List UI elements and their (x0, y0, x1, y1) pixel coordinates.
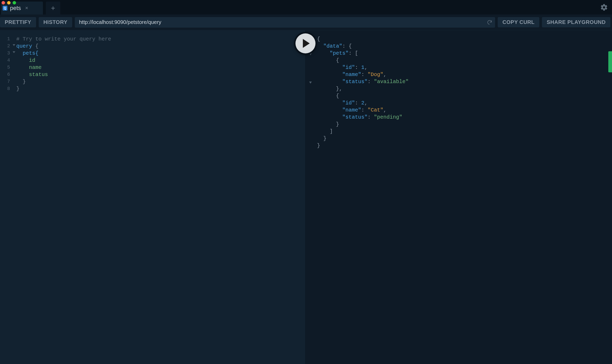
json-key-name: "name" (342, 107, 361, 113)
tab-title: pets (10, 5, 21, 12)
json-key-pets: "pets" (330, 50, 349, 56)
close-tab-icon[interactable]: × (25, 5, 28, 11)
share-playground-button[interactable]: SHARE PLAYGROUND (542, 17, 610, 27)
line-gutter: 1 2 3 4 5 6 7 8 (0, 30, 12, 92)
code-attr-name: name (16, 64, 42, 70)
prettify-button[interactable]: PRETTIFY (0, 17, 36, 27)
result-json[interactable]: { "data": { "pets": [ { "id": 1, "name":… (315, 30, 409, 149)
json-value: "Cat" (368, 107, 383, 113)
play-icon (303, 39, 310, 48)
json-key-data: "data" (323, 43, 342, 49)
toolbar: PRETTIFY HISTORY COPY CURL SHARE PLAYGRO… (0, 14, 612, 30)
schema-drawer-handle[interactable] (608, 51, 612, 72)
json-value: 1 (361, 64, 364, 70)
history-button[interactable]: HISTORY (39, 17, 72, 27)
window-controls (2, 1, 16, 4)
json-value: "pending" (374, 114, 402, 120)
reload-schema-button[interactable] (487, 19, 492, 25)
json-value: "Dog" (368, 72, 383, 78)
copy-curl-button[interactable]: COPY CURL (498, 17, 539, 27)
json-key-status: "status" (342, 79, 368, 85)
json-value: "available" (374, 79, 409, 85)
code-attr-status: status (16, 72, 48, 78)
json-key-id: "id" (342, 100, 355, 106)
settings-button[interactable] (596, 0, 612, 14)
json-key-id: "id" (342, 64, 355, 70)
new-tab-button[interactable]: + (46, 2, 60, 14)
zoom-window-dot[interactable] (13, 1, 16, 4)
code-comment: # Try to write your query here (16, 36, 111, 42)
endpoint-input[interactable] (79, 19, 487, 25)
main-area: 1 2 3 4 5 6 7 8 # Try to write your quer… (0, 30, 612, 364)
query-editor[interactable]: 1 2 3 4 5 6 7 8 # Try to write your quer… (0, 30, 305, 92)
query-editor-pane: 1 2 3 4 5 6 7 8 # Try to write your quer… (0, 30, 305, 364)
query-code[interactable]: # Try to write your query here query { p… (12, 30, 111, 92)
app-root: Q pets × + PRETTIFY HISTORY COPY CURL SH… (0, 0, 612, 364)
minimize-window-dot[interactable] (7, 1, 11, 4)
reload-icon (487, 19, 492, 25)
json-key-status: "status" (342, 114, 368, 120)
json-value: 2 (361, 100, 364, 106)
code-field-pets: pets{ (16, 50, 38, 56)
gear-icon (600, 3, 608, 11)
endpoint-field[interactable] (75, 17, 495, 28)
result-pane: { "data": { "pets": [ { "id": 1, "name":… (305, 30, 612, 364)
code-attr-id: id (16, 57, 35, 63)
tab-bar: Q pets × + (0, 0, 612, 14)
close-window-dot[interactable] (2, 1, 5, 4)
tab-badge-icon: Q (3, 6, 7, 11)
json-key-name: "name" (342, 72, 361, 78)
execute-query-button[interactable] (295, 33, 315, 53)
code-keyword: query (16, 43, 32, 49)
